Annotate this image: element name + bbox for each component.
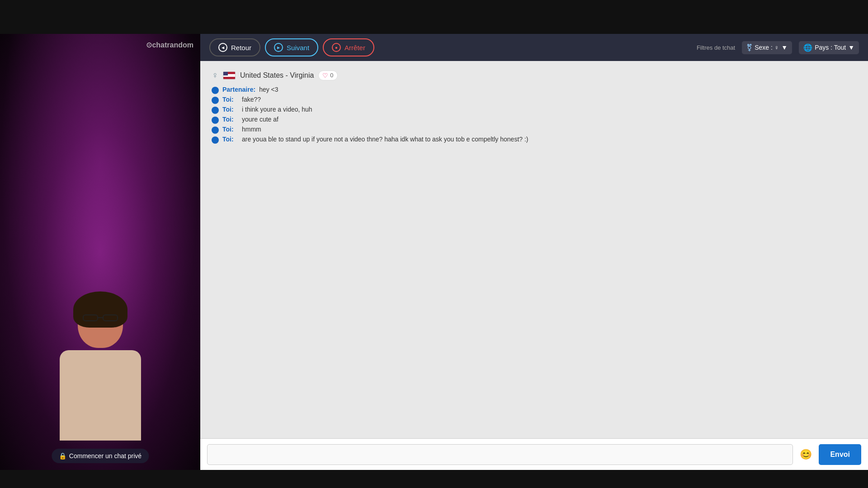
message-text: youre cute af <box>242 116 278 123</box>
person-body <box>60 350 141 441</box>
video-panel: ⊙chatrandom 🔒 Commencer un chat privé <box>0 34 200 470</box>
partenaire-sender: Partenaire: <box>222 86 255 93</box>
chat-panel: Retour Suivant Arrêter Filtres de tchat … <box>200 34 868 470</box>
suivant-button[interactable]: Suivant <box>265 38 318 56</box>
retour-button[interactable]: Retour <box>209 38 260 56</box>
top-bar <box>0 0 868 34</box>
partner-info: ♀ United States - Virginia ♡ 0 <box>212 70 857 80</box>
message-dot <box>212 136 219 144</box>
message-dot <box>212 117 219 124</box>
suivant-icon <box>274 43 283 52</box>
message-sender: Toi: <box>222 96 238 103</box>
message-text: are youa ble to stand up if youre not a … <box>242 136 528 143</box>
arreter-label: Arrêter <box>344 44 365 52</box>
partenaire-dot <box>212 87 219 94</box>
lock-icon: 🔒 <box>59 452 66 460</box>
person-head <box>78 298 123 348</box>
private-chat-button[interactable]: 🔒 Commencer un chat privé <box>52 449 149 463</box>
table-row: Toi: youre cute af <box>212 116 857 124</box>
input-area: 😊 Envoi <box>200 438 868 470</box>
emoji-icon: 😊 <box>800 449 812 460</box>
message-dot <box>212 107 219 114</box>
pays-filter[interactable]: 🌐 Pays : Tout ▼ <box>799 41 859 54</box>
table-row: Toi: hmmm <box>212 126 857 134</box>
sexe-filter[interactable]: ⚧ Sexe : ♀ ▼ <box>742 41 792 54</box>
partner-location: United States - Virginia <box>240 71 314 80</box>
person-glasses <box>82 314 118 322</box>
filter-section: Filtres de tchat ⚧ Sexe : ♀ ▼ 🌐 Pays : T… <box>697 41 859 54</box>
message-text: i think youre a video, huh <box>242 106 312 113</box>
send-button[interactable]: Envoi <box>819 444 861 465</box>
svg-rect-1 <box>103 315 118 321</box>
heart-badge[interactable]: ♡ 0 <box>318 70 337 80</box>
heart-count: 0 <box>330 72 333 79</box>
partenaire-text: hey <3 <box>259 86 278 93</box>
logo: ⊙chatrandom <box>146 41 193 49</box>
message-dot <box>212 127 219 134</box>
message-sender: Toi: <box>222 126 238 133</box>
chat-area: ♀ United States - Virginia ♡ 0 Partenair… <box>200 61 868 438</box>
pays-chevron-icon: ▼ <box>848 44 854 51</box>
message-sender: Toi: <box>222 136 238 143</box>
emoji-button[interactable]: 😊 <box>797 446 814 463</box>
globe-icon: 🌐 <box>803 43 812 52</box>
bottom-bar <box>0 470 868 488</box>
pays-label: Pays : Tout <box>815 44 846 51</box>
heart-icon: ♡ <box>322 72 328 79</box>
arreter-icon <box>332 43 341 52</box>
person-silhouette <box>37 298 164 470</box>
svg-rect-0 <box>83 315 98 321</box>
message-sender: Toi: <box>222 106 238 113</box>
message-dot <box>212 97 219 104</box>
filters-label: Filtres de tchat <box>697 44 735 51</box>
gender-icon: ⚧ <box>746 43 752 52</box>
message-text: fake?? <box>242 96 261 103</box>
table-row: Toi: are youa ble to stand up if youre n… <box>212 136 857 144</box>
sexe-chevron-icon: ▼ <box>781 44 788 51</box>
main-content: ⊙chatrandom 🔒 Commencer un chat privé Re… <box>0 34 868 470</box>
suivant-label: Suivant <box>287 44 309 52</box>
nav-bar: Retour Suivant Arrêter Filtres de tchat … <box>200 34 868 61</box>
sexe-label: Sexe : ♀ <box>755 44 779 51</box>
partenaire-message: Partenaire: hey <3 <box>212 86 857 94</box>
message-sender: Toi: <box>222 116 238 123</box>
message-input[interactable] <box>207 444 793 465</box>
table-row: Toi: fake?? <box>212 96 857 104</box>
send-label: Envoi <box>830 450 850 458</box>
chat-messages: Partenaire: hey <3 Toi: fake?? Toi: i th… <box>212 86 857 144</box>
private-chat-label: Commencer un chat privé <box>69 452 142 460</box>
message-text: hmmm <box>242 126 261 133</box>
retour-icon <box>218 43 227 52</box>
us-flag-icon <box>223 71 236 80</box>
table-row: Toi: i think youre a video, huh <box>212 106 857 114</box>
partner-gender-icon: ♀ <box>212 70 218 80</box>
arreter-button[interactable]: Arrêter <box>323 38 374 56</box>
retour-label: Retour <box>231 44 251 52</box>
